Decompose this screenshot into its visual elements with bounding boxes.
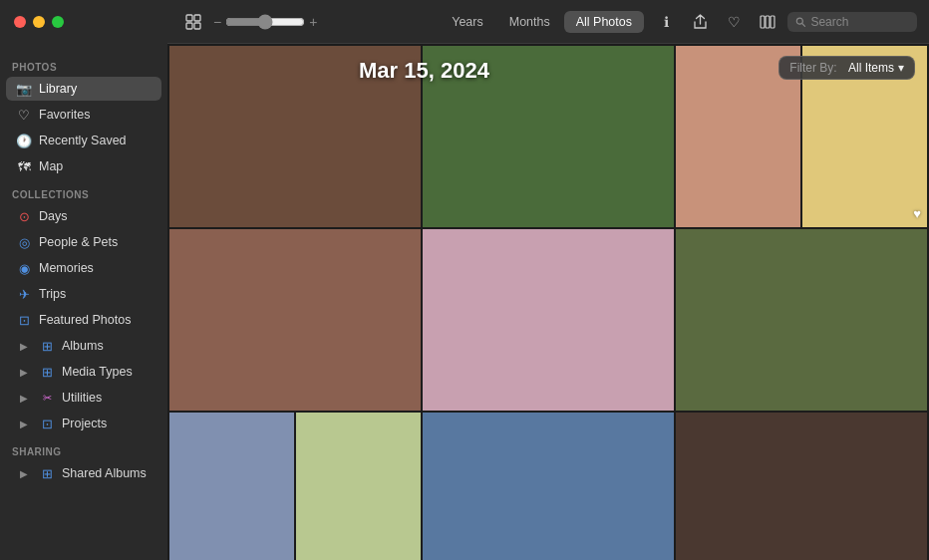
view-tabs: Years Months All Photos <box>440 11 644 33</box>
main-content: − + Years Months All Photos ℹ ♡ <box>167 0 929 560</box>
sidebar-item-media-types[interactable]: ▶ ⊞ Media Types <box>6 360 161 384</box>
filter-chevron-icon: ▾ <box>898 61 904 75</box>
search-icon <box>795 16 805 28</box>
sidebar: Photos 📷 Library ♡ Favorites 🕐 Recently … <box>0 0 167 560</box>
trips-icon: ✈ <box>16 286 32 302</box>
maximize-button[interactable] <box>52 16 64 28</box>
search-box <box>787 12 917 32</box>
sidebar-item-label: Projects <box>62 417 154 430</box>
photo-cell[interactable] <box>296 413 421 560</box>
sidebar-item-albums[interactable]: ▶ ⊞ Albums <box>6 334 161 358</box>
photo-cell[interactable] <box>423 229 674 411</box>
days-icon: ⊙ <box>16 208 32 224</box>
filter-badge[interactable]: Filter By: All Items ▾ <box>778 56 915 80</box>
sidebar-item-memories[interactable]: ◉ Memories <box>6 256 161 280</box>
svg-rect-1 <box>194 15 200 21</box>
sidebar-item-library[interactable]: 📷 Library <box>6 77 161 101</box>
sidebar-item-label: Memories <box>39 261 154 275</box>
sidebar-item-recently-saved[interactable]: 🕐 Recently Saved <box>6 129 161 152</box>
featured-photos-icon: ⊡ <box>16 312 32 328</box>
svg-line-8 <box>802 23 805 26</box>
photo-cell[interactable] <box>423 46 674 227</box>
svg-rect-2 <box>186 23 192 29</box>
sidebar-item-label: Library <box>39 82 154 96</box>
zoom-plus-icon: + <box>309 14 317 30</box>
toolbar-right: ℹ ♡ <box>652 8 917 36</box>
utilities-icon: ✂ <box>39 390 55 406</box>
svg-rect-0 <box>186 15 192 21</box>
svg-rect-5 <box>766 16 770 28</box>
photo-cell[interactable] <box>676 413 927 560</box>
sidebar-item-label: Favorites <box>39 108 154 122</box>
sidebar-item-map[interactable]: 🗺 Map <box>6 154 161 178</box>
sidebar-item-days[interactable]: ⊙ Days <box>6 204 161 228</box>
sidebar-item-label: Trips <box>39 287 154 301</box>
photo-grid: ♥ <box>167 44 929 560</box>
display-options-button[interactable] <box>754 8 781 36</box>
projects-icon: ⊡ <box>39 416 55 431</box>
zoom-control: − + <box>213 14 317 30</box>
sidebar-item-label: Utilities <box>62 391 154 405</box>
sidebar-item-favorites[interactable]: ♡ Favorites <box>6 103 161 127</box>
svg-rect-3 <box>194 23 200 29</box>
sidebar-item-label: Map <box>39 159 154 173</box>
filter-value: All Items <box>848 61 894 75</box>
recently-saved-icon: 🕐 <box>16 133 32 148</box>
window-controls <box>0 0 167 44</box>
favorites-icon: ♡ <box>16 107 32 123</box>
svg-point-7 <box>796 18 802 24</box>
close-button[interactable] <box>14 16 26 28</box>
filter-prefix: Filter By: <box>789 61 836 75</box>
sidebar-section-sharing: Sharing <box>0 436 167 460</box>
favorite-indicator: ♥ <box>913 206 921 221</box>
sidebar-section-collections: Collections <box>0 179 167 203</box>
sidebar-item-label: Featured Photos <box>39 313 154 327</box>
sidebar-item-trips[interactable]: ✈ Trips <box>6 282 161 306</box>
zoom-minus-icon: − <box>213 14 221 30</box>
sidebar-item-label: People & Pets <box>39 235 154 249</box>
media-types-chevron-icon: ▶ <box>16 364 32 380</box>
shared-albums-icon: ⊞ <box>39 465 55 481</box>
photo-cell[interactable] <box>423 413 674 560</box>
tab-all-photos[interactable]: All Photos <box>564 11 644 33</box>
sidebar-item-people-pets[interactable]: ◎ People & Pets <box>6 230 161 254</box>
sidebar-item-label: Recently Saved <box>39 134 154 147</box>
minimize-button[interactable] <box>33 16 45 28</box>
sidebar-item-projects[interactable]: ▶ ⊡ Projects <box>6 412 161 435</box>
photo-cell[interactable] <box>169 229 421 411</box>
sidebar-item-utilities[interactable]: ▶ ✂ Utilities <box>6 386 161 410</box>
sidebar-item-label: Shared Albums <box>62 466 154 480</box>
info-button[interactable]: ℹ <box>652 8 680 36</box>
sidebar-item-label: Media Types <box>62 365 154 379</box>
photo-cell[interactable] <box>676 229 927 411</box>
search-input[interactable] <box>810 15 909 29</box>
sidebar-item-label: Days <box>39 209 154 223</box>
tab-years[interactable]: Years <box>440 11 495 33</box>
memories-icon: ◉ <box>16 260 32 276</box>
photo-cell[interactable] <box>169 46 421 227</box>
sidebar-section-photos: Photos <box>0 52 167 76</box>
sidebar-item-featured-photos[interactable]: ⊡ Featured Photos <box>6 308 161 332</box>
map-icon: 🗺 <box>16 158 32 174</box>
shared-albums-chevron-icon: ▶ <box>16 465 32 481</box>
utilities-chevron-icon: ▶ <box>16 390 32 406</box>
photo-area: Mar 15, 2024 Filter By: All Items ▾ ♥ <box>167 44 929 560</box>
toolbar-left: − + <box>179 8 432 36</box>
albums-chevron-icon: ▶ <box>16 338 32 354</box>
sidebar-item-shared-albums[interactable]: ▶ ⊞ Shared Albums <box>6 461 161 485</box>
library-icon: 📷 <box>16 81 32 97</box>
albums-icon: ⊞ <box>39 338 55 354</box>
sidebar-item-label: Albums <box>62 339 154 353</box>
svg-rect-6 <box>771 16 774 28</box>
people-pets-icon: ◎ <box>16 234 32 250</box>
favorite-button[interactable]: ♡ <box>720 8 748 36</box>
svg-rect-4 <box>761 16 765 28</box>
zoom-slider[interactable] <box>225 14 305 30</box>
share-button[interactable] <box>686 8 714 36</box>
tab-months[interactable]: Months <box>497 11 562 33</box>
media-types-icon: ⊞ <box>39 364 55 380</box>
view-toggle-button[interactable] <box>179 8 207 36</box>
photo-cell[interactable] <box>169 413 294 560</box>
toolbar: − + Years Months All Photos ℹ ♡ <box>167 0 929 44</box>
projects-chevron-icon: ▶ <box>16 416 32 431</box>
